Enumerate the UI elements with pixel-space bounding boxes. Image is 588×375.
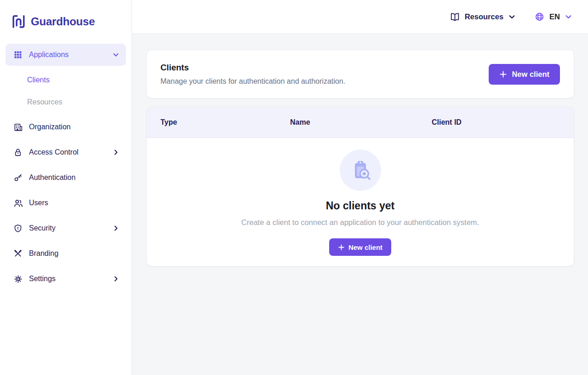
- main-column: Resources EN Clients: [132, 0, 588, 375]
- sidebar-item-users[interactable]: Users: [6, 192, 126, 214]
- sidebar-item-label: Users: [29, 199, 120, 207]
- design-tools-icon: [13, 248, 23, 259]
- sidebar-item-access-control[interactable]: Access Control: [6, 141, 126, 163]
- page-subtitle: Manage your clients for authentication a…: [160, 77, 345, 86]
- brand-name: Guardhouse: [31, 15, 95, 28]
- topbar: Resources EN: [132, 0, 588, 34]
- gear-icon: [13, 274, 23, 284]
- language-code: EN: [549, 12, 560, 21]
- column-header-name: Name: [290, 118, 432, 127]
- chevron-right-icon: [112, 225, 120, 232]
- book-icon: [450, 12, 460, 22]
- page-header-card: Clients Manage your clients for authenti…: [146, 50, 574, 98]
- clients-table-card: Type Name Client ID: [146, 107, 574, 266]
- globe-icon: [534, 12, 545, 22]
- chevron-right-icon: [112, 275, 120, 283]
- users-icon: [13, 198, 23, 208]
- plus-icon: [499, 70, 507, 78]
- page-title: Clients: [160, 63, 345, 73]
- sidebar-item-label: Settings: [29, 275, 106, 283]
- sidebar-item-label: Branding: [29, 249, 120, 258]
- sidebar-item-label: Security: [29, 224, 106, 232]
- column-header-client-id: Client ID: [432, 118, 574, 127]
- sidebar-subitem-resources[interactable]: Resources: [6, 91, 126, 113]
- empty-state-illustration: [340, 150, 381, 191]
- guardhouse-logo-icon: [11, 14, 26, 29]
- table-header-row: Type Name Client ID: [147, 107, 574, 138]
- sidebar-item-authentication[interactable]: Authentication: [6, 167, 126, 189]
- clipboard-search-icon: [348, 158, 373, 183]
- sidebar-item-security[interactable]: Security: [6, 217, 126, 239]
- resources-menu[interactable]: Resources: [450, 12, 516, 22]
- chevron-down-icon: [508, 13, 516, 21]
- chevron-down-icon: [112, 51, 120, 58]
- sidebar-nav: Applications Clients Resources: [0, 44, 131, 290]
- sidebar-item-applications[interactable]: Applications: [6, 44, 126, 66]
- sidebar: Guardhouse Applications Clients Resource…: [0, 0, 132, 375]
- new-client-button-label: New client: [512, 70, 549, 79]
- brand-logo[interactable]: Guardhouse: [0, 0, 131, 29]
- chevron-down-icon: [565, 13, 572, 21]
- sidebar-item-branding[interactable]: Branding: [6, 242, 126, 265]
- language-selector[interactable]: EN: [534, 12, 572, 22]
- resources-label: Resources: [465, 12, 503, 21]
- sidebar-item-label: Applications: [29, 51, 106, 59]
- key-icon: [13, 173, 23, 183]
- empty-state: No clients yet Create a client to connec…: [147, 138, 574, 266]
- lock-icon: [13, 147, 23, 157]
- new-client-button[interactable]: New client: [489, 64, 560, 85]
- chevron-right-icon: [112, 149, 120, 156]
- sidebar-item-label: Authentication: [29, 173, 120, 182]
- empty-state-description: Create a client to connect an applicatio…: [241, 218, 479, 227]
- applications-submenu: Clients Resources: [6, 69, 126, 113]
- empty-state-new-client-button[interactable]: New client: [329, 238, 391, 256]
- sidebar-item-organization[interactable]: Organization: [6, 116, 126, 138]
- empty-state-button-label: New client: [348, 243, 382, 251]
- shield-alert-icon: [13, 223, 23, 233]
- sidebar-item-label: Organization: [29, 123, 120, 131]
- grid-icon: [13, 50, 23, 60]
- column-header-type: Type: [147, 118, 290, 127]
- plus-icon: [338, 244, 345, 251]
- sidebar-subitem-clients[interactable]: Clients: [6, 69, 126, 91]
- sidebar-item-label: Access Control: [29, 148, 106, 156]
- sidebar-item-settings[interactable]: Settings: [6, 268, 126, 290]
- content-area: Clients Manage your clients for authenti…: [132, 34, 588, 375]
- building-icon: [13, 122, 23, 132]
- page-header-text: Clients Manage your clients for authenti…: [160, 63, 345, 86]
- empty-state-title: No clients yet: [326, 200, 395, 212]
